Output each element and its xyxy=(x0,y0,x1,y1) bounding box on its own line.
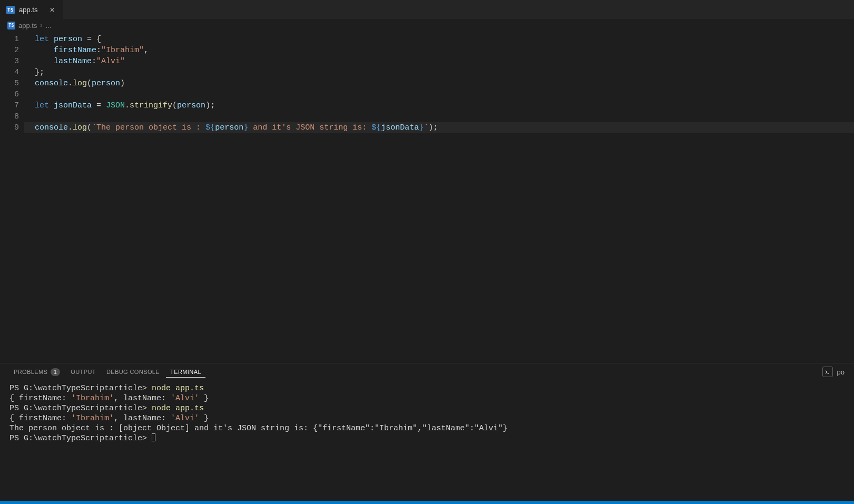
breadcrumb-tail: ... xyxy=(45,22,51,29)
code-line[interactable]: console.log(`The person object is : ${pe… xyxy=(24,122,854,133)
tab-debug-console[interactable]: DEBUG CONSOLE xyxy=(102,367,164,377)
terminal-shell-label: po xyxy=(837,368,845,376)
code-line[interactable]: lastName:"Alvi" xyxy=(24,56,854,67)
tab-label: app.ts xyxy=(19,6,37,14)
panel-actions: po xyxy=(822,367,845,377)
tab-problems-label: PROBLEMS xyxy=(14,369,47,375)
code-line[interactable] xyxy=(24,111,854,122)
bottom-panel: PROBLEMS 1 OUTPUT DEBUG CONSOLE TERMINAL… xyxy=(0,363,854,501)
close-icon[interactable]: ✕ xyxy=(48,6,56,14)
terminal-shell-icon[interactable] xyxy=(822,367,833,377)
problems-count-badge: 1 xyxy=(51,368,60,376)
terminal-output[interactable]: PS G:\watchTypeScriptarticle> node app.t… xyxy=(0,380,854,501)
typescript-file-icon: TS xyxy=(6,6,15,14)
code-line[interactable]: let person = { xyxy=(24,34,854,45)
breadcrumb-file: app.ts xyxy=(18,22,37,29)
chevron-right-icon: › xyxy=(40,22,42,29)
tab-bar: TS app.ts ✕ xyxy=(0,0,854,19)
code-line[interactable]: console.log(person) xyxy=(24,78,854,89)
status-bar[interactable] xyxy=(0,501,854,504)
tab-output[interactable]: OUTPUT xyxy=(66,367,100,377)
code-editor[interactable]: 123456789 let person = { firstName:"Ibra… xyxy=(0,32,854,363)
code-line[interactable] xyxy=(24,89,854,100)
panel-tabs: PROBLEMS 1 OUTPUT DEBUG CONSOLE TERMINAL… xyxy=(0,363,854,380)
tab-problems[interactable]: PROBLEMS 1 xyxy=(9,366,64,378)
breadcrumb[interactable]: TS app.ts › ... xyxy=(0,19,854,32)
vscode-window: TS app.ts ✕ TS app.ts › ... 123456789 le… xyxy=(0,0,854,504)
tab-app-ts[interactable]: TS app.ts ✕ xyxy=(0,0,63,19)
typescript-file-icon: TS xyxy=(7,22,15,29)
line-number-gutter: 123456789 xyxy=(0,32,24,363)
tab-debug-label: DEBUG CONSOLE xyxy=(106,369,160,375)
tab-output-label: OUTPUT xyxy=(71,369,96,375)
code-line[interactable]: let jsonData = JSON.stringify(person); xyxy=(24,100,854,111)
tab-terminal[interactable]: TERMINAL xyxy=(166,367,205,378)
tab-terminal-label: TERMINAL xyxy=(170,369,201,375)
code-line[interactable]: }; xyxy=(24,67,854,78)
code-line[interactable]: firstName:"Ibrahim", xyxy=(24,45,854,56)
code-area[interactable]: let person = { firstName:"Ibrahim", last… xyxy=(24,32,854,363)
